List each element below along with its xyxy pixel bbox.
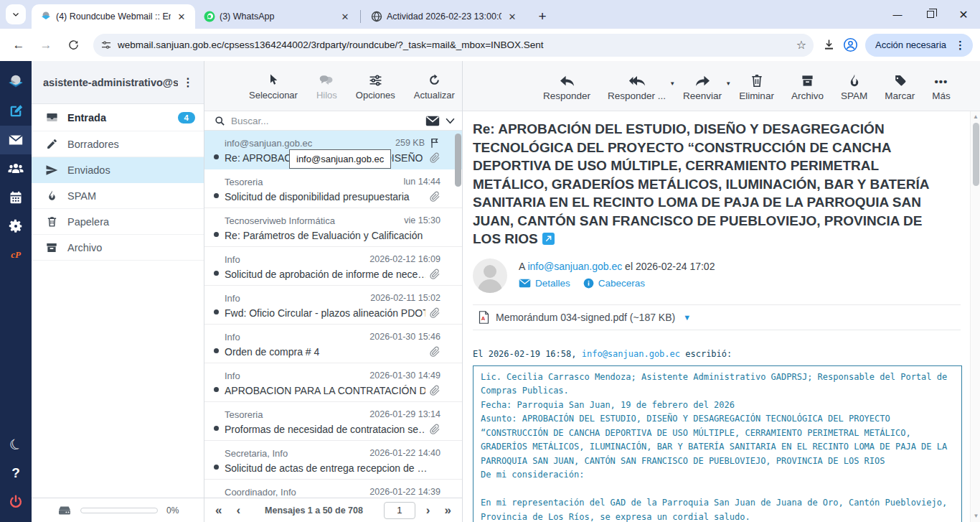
refresh-button[interactable]: Actualizar — [414, 71, 455, 101]
message-list-pane: Seleccionar Hilos Opciones Actualizar — [204, 61, 463, 522]
forward-menu-icon[interactable]: ▼ — [725, 80, 731, 87]
folder-enviados[interactable]: Enviados — [32, 157, 204, 183]
unread-dot — [214, 465, 219, 470]
settings-nav-button[interactable] — [0, 212, 32, 241]
details-toggle[interactable]: Detalles — [519, 278, 570, 289]
tab-roundcube[interactable]: (4) Roundcube Webmail :: Envia ✕ — [32, 4, 195, 29]
back-button[interactable]: ← — [7, 34, 30, 57]
select-button[interactable]: Seleccionar — [249, 71, 298, 101]
quoted-sender-link[interactable]: info@sanjuan.gob.ec — [582, 349, 680, 359]
whatsapp-favicon — [204, 11, 215, 22]
open-in-new-window-icon[interactable] — [542, 233, 555, 245]
first-page-button[interactable]: « — [212, 504, 225, 516]
archive-button[interactable]: Archivo — [791, 70, 824, 101]
message-row[interactable]: Secretaria, Info2026-01-22 14:40 Solicit… — [204, 441, 462, 480]
prev-page-button[interactable]: ‹ — [232, 504, 244, 516]
scroll-down-icon[interactable]: ▼ — [971, 511, 980, 521]
unread-dot — [214, 387, 219, 392]
search-options-chevron-icon[interactable] — [446, 118, 455, 124]
cpanel-icon: cP — [11, 249, 21, 261]
profile-icon[interactable] — [843, 37, 858, 52]
reply-button[interactable]: Responder — [543, 70, 590, 101]
search-input[interactable] — [231, 116, 420, 126]
search-scope-icon[interactable] — [425, 116, 440, 126]
delete-button[interactable]: Eliminar — [739, 70, 774, 101]
next-page-button[interactable]: › — [423, 504, 434, 516]
mail-nav-button[interactable] — [0, 126, 32, 154]
compose-button[interactable] — [0, 97, 32, 126]
sender-tooltip: info@sanjuan.gob.ec — [289, 149, 391, 169]
attachment-row[interactable]: A Memorándum 034-signed.pdf (~187 KB) ▼ — [473, 304, 961, 330]
message-row[interactable]: Tecnoserviweb Informáticavie 15:30 Re: P… — [204, 208, 462, 247]
tab-actividad[interactable]: Actividad 2026-02-23 13:00:00 ✕ — [362, 4, 526, 29]
message-view: Re: APROBACIÓN DEL ESTUDIO, DISEÑO Y DES… — [463, 111, 980, 522]
close-button[interactable]: ✕ — [947, 0, 980, 29]
mail-icon — [8, 132, 24, 148]
reply-all-menu-icon[interactable]: ▼ — [669, 80, 675, 87]
unread-dot — [214, 193, 219, 198]
restore-button[interactable] — [914, 0, 947, 29]
cpanel-nav-button[interactable]: cP — [0, 241, 32, 269]
message-sender: Coordinador, Info — [225, 487, 365, 498]
address-bar[interactable]: webmail.sanjuan.gob.ec/cpsess1364244002/… — [93, 34, 814, 57]
quote-header: El 2026-02-19 16:58, — [473, 349, 577, 359]
headers-toggle[interactable]: Cabeceras — [583, 278, 645, 289]
bookmark-star-icon[interactable]: ☆ — [796, 38, 806, 52]
message-row[interactable]: Tesoreria2026-01-29 13:14 Proformas de n… — [204, 402, 462, 441]
tab-close-button[interactable]: ✕ — [506, 10, 519, 23]
help-button[interactable]: ? — [0, 459, 32, 488]
message-row[interactable]: Info2026-01-30 14:49 APROBACION PARA LA … — [204, 363, 462, 402]
calendar-nav-button[interactable] — [0, 183, 32, 212]
reply-label: Responder — [543, 90, 590, 101]
folder-borradores[interactable]: Borradores — [32, 131, 204, 157]
contacts-nav-button[interactable] — [0, 154, 32, 183]
tab-search-button[interactable] — [6, 4, 26, 24]
tab-whatsapp[interactable]: (3) WhatsApp ✕ — [195, 4, 359, 29]
action-needed-button[interactable]: Acción necesaria ⋮ — [865, 34, 973, 57]
folder-papelera[interactable]: Papelera — [32, 209, 204, 235]
reload-button[interactable] — [62, 34, 85, 57]
list-scrollbar[interactable] — [455, 134, 461, 187]
attachment-name[interactable]: Memorándum 034-signed.pdf — [496, 312, 627, 323]
forward-button[interactable]: → — [34, 34, 57, 57]
content-scrollbar[interactable]: ▲ ▼ — [970, 111, 980, 522]
new-tab-button[interactable]: + — [533, 9, 552, 24]
flag-icon[interactable] — [429, 137, 440, 149]
message-row[interactable]: Tesorerialun 14:44 Solicitud de disponib… — [204, 169, 462, 208]
logout-button[interactable] — [0, 488, 32, 516]
download-icon[interactable] — [822, 38, 836, 52]
message-row[interactable]: Info2026-02-11 15:02 Fwd: Oficio Circula… — [204, 286, 462, 325]
url-text[interactable]: webmail.sanjuan.gob.ec/cpsess1364244002/… — [118, 39, 791, 50]
scroll-thumb[interactable] — [973, 123, 979, 186]
minimize-button[interactable]: — — [881, 0, 914, 29]
account-menu-icon[interactable]: ⋮ — [178, 75, 198, 89]
envelope-icon — [519, 279, 531, 288]
recipient-link[interactable]: info@sanjuan.gob.ec — [527, 261, 622, 272]
account-header[interactable]: asistente-administrativo@sa... ⋮ — [32, 61, 204, 104]
page-number-input[interactable] — [384, 502, 415, 519]
spam-button[interactable]: SPAM — [841, 70, 867, 101]
threads-button[interactable]: Hilos — [316, 71, 337, 101]
tab-close-button[interactable]: ✕ — [339, 10, 352, 23]
reply-all-button[interactable]: Responder ... ▼ — [608, 70, 666, 101]
forward-button[interactable]: Reenviar ▼ — [683, 70, 722, 101]
mark-button[interactable]: Marcar — [885, 70, 915, 101]
search-bar — [204, 111, 462, 131]
options-button[interactable]: Opciones — [356, 71, 395, 101]
browser-menu-icon[interactable]: ⋮ — [952, 39, 969, 52]
dark-mode-button[interactable]: ☾ — [0, 430, 32, 459]
folder-archivo[interactable]: Archivo — [32, 235, 204, 261]
tab-close-button[interactable]: ✕ — [175, 10, 188, 23]
folder-spam[interactable]: SPAM — [32, 183, 204, 209]
scroll-up-icon[interactable]: ▲ — [971, 111, 980, 121]
message-row[interactable]: Info2026-01-30 15:46 Orden de compra # 4 — [204, 325, 462, 363]
folder-entrada[interactable]: Entrada 4 — [32, 104, 204, 131]
more-button[interactable]: ••• Más — [932, 70, 951, 101]
pdf-file-icon: A — [479, 311, 489, 324]
last-page-button[interactable]: » — [441, 504, 455, 516]
gear-icon — [8, 218, 24, 234]
attachment-menu-icon[interactable]: ▼ — [683, 313, 691, 322]
message-row[interactable]: Coordinador, Info2026-01-22 14:39 — [204, 480, 462, 498]
message-row[interactable]: Info2026-02-12 16:09 Solicitud de aproba… — [204, 247, 462, 286]
message-sender: Info — [225, 293, 366, 304]
